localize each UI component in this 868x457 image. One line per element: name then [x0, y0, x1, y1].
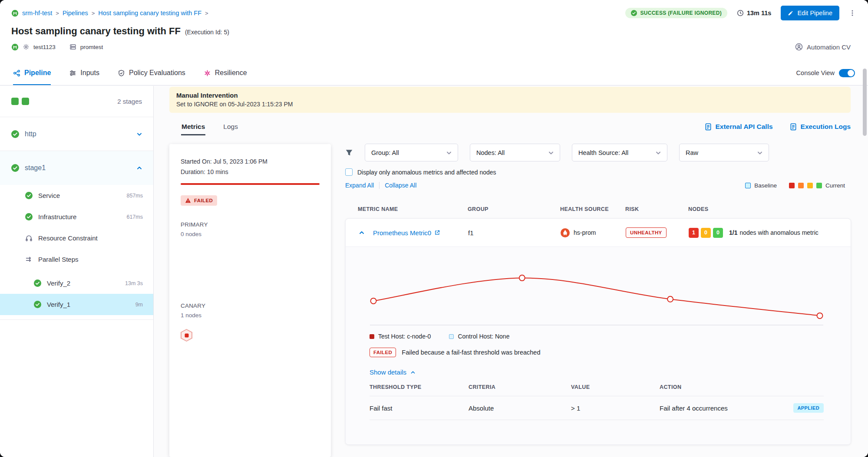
tab-pipeline[interactable]: Pipeline [13, 61, 51, 85]
sidebar-step-parallel-steps[interactable]: Parallel Steps [0, 249, 153, 270]
filter-funnel-icon[interactable] [345, 149, 353, 157]
console-view-toggle[interactable] [839, 69, 855, 77]
step-duration: 13m 3s [125, 280, 143, 286]
tab-inputs[interactable]: Inputs [69, 61, 99, 85]
console-view-control: Console View [796, 61, 855, 85]
collapse-all-link[interactable]: Collapse All [385, 182, 416, 189]
metric-line-chart[interactable] [370, 256, 824, 330]
verification-status-label: FAILED [194, 198, 213, 203]
threshold-table-header: THRESHOLD TYPE CRITERIA VALUE ACTION [370, 384, 824, 396]
user-menu[interactable]: Automation CV [795, 43, 851, 51]
sidebar-stage-http[interactable]: http [0, 117, 153, 151]
breadcrumb-project-link[interactable]: srm-hf-test [22, 10, 52, 16]
environment-tag[interactable]: promtest [80, 44, 103, 50]
metric-group: f1 [468, 229, 561, 237]
user-avatar-icon [795, 43, 803, 51]
step-label: Resource Constraint [38, 234, 98, 242]
health-source-filter-value: Health Source: All [578, 149, 628, 156]
kebab-icon [849, 10, 856, 16]
sidebar-stage-stage1[interactable]: stage1 [0, 151, 153, 185]
tab-resilience[interactable]: Resilience [204, 61, 247, 85]
health-source-filter-dropdown[interactable]: Health Source: All [572, 144, 667, 161]
current-green-swatch [816, 183, 822, 188]
execution-logs-link[interactable]: Execution Logs [789, 123, 851, 131]
tab-inputs-label: Inputs [80, 69, 99, 77]
sidebar-step-infrastructure[interactable]: Infrastructure 617ms [0, 206, 153, 227]
step-label: Parallel Steps [38, 256, 79, 263]
metric-row[interactable]: Prometheus Metric0 f1 hs-prom UNHEALTHY … [346, 219, 851, 247]
elapsed-time-label: 13m 11s [747, 10, 771, 16]
current-legend-label: Current [825, 182, 845, 189]
external-link-icon[interactable] [434, 230, 440, 236]
group-filter-dropdown[interactable]: Group: All [365, 144, 458, 161]
stage-status-square [11, 98, 19, 105]
step-duration: 9m [135, 302, 143, 308]
canary-section-label: CANARY [181, 302, 320, 309]
control-host-label: Control Host: None [458, 333, 509, 340]
anomalous-only-label: Display only anomalous metrics and affec… [357, 169, 496, 176]
sidebar-step-service[interactable]: Service 857ms [0, 185, 153, 206]
col-metric-name: METRIC NAME [358, 206, 468, 212]
execution-detail-pane: Manual Intervention Set to IGNORE on 05-… [154, 86, 868, 457]
external-api-calls-link[interactable]: External API Calls [704, 123, 773, 131]
nodes-summary: 1/1nodes with anomalous metric [729, 229, 818, 236]
data-mode-dropdown[interactable]: Raw [679, 144, 769, 161]
breadcrumb-pipeline-name-link[interactable]: Host sampling canary testing with FF [98, 10, 201, 16]
tab-policy-evaluations[interactable]: Policy Evaluations [118, 61, 185, 85]
stage-name: stage1 [25, 164, 46, 172]
chevron-up-icon[interactable] [136, 164, 143, 171]
app-window: srm-hf-test > Pipelines > Host sampling … [0, 0, 868, 457]
baseline-legend-swatch [745, 183, 751, 188]
sidebar-step-verify-2[interactable]: Verify_2 13m 3s [0, 273, 153, 294]
tab-metrics[interactable]: Metrics [181, 118, 205, 135]
nodes-filter-dropdown[interactable]: Nodes: All [470, 144, 560, 161]
tab-logs[interactable]: Logs [223, 118, 238, 135]
sidebar-step-resource-constraint[interactable]: Resource Constraint [0, 227, 153, 249]
metric-name-link[interactable]: Prometheus Metric0 [373, 229, 468, 237]
action-value: Fail after 4 occurrences [660, 404, 728, 412]
step-label: Infrastructure [38, 213, 76, 220]
banner-title: Manual Intervention [176, 92, 844, 99]
manual-intervention-banner: Manual Intervention Set to IGNORE on 05-… [169, 87, 851, 113]
breadcrumb-pipelines-link[interactable]: Pipelines [63, 10, 88, 16]
console-view-label: Console View [796, 69, 835, 76]
col-health-source: HEALTH SOURCE [560, 206, 625, 212]
col-risk: RISK [625, 206, 688, 212]
edit-pipeline-button[interactable]: Edit Pipeline [781, 6, 839, 20]
warning-node-chip: 0 [701, 228, 711, 238]
verify-step-tabs: Metrics Logs External API Calls Executio… [181, 117, 851, 136]
vertical-scrollbar-thumb[interactable] [863, 69, 867, 136]
verification-status-badge: FAILED [181, 195, 217, 206]
breadcrumb-separator: > [56, 10, 59, 16]
primary-section-label: PRIMARY [181, 221, 320, 228]
user-name: Automation CV [807, 43, 851, 51]
collapse-chevron-up-icon[interactable] [358, 229, 365, 236]
current-orange-swatch [798, 183, 804, 188]
metrics-analysis-column: Group: All Nodes: All Health Source: All… [345, 144, 851, 457]
metric-name-label: Prometheus Metric0 [373, 229, 431, 237]
show-details-toggle[interactable]: Show details [370, 368, 416, 376]
healthy-node-chip: 0 [713, 228, 723, 238]
chevron-up-icon [410, 369, 416, 375]
col-nodes: NODES [688, 206, 851, 212]
service-tag[interactable]: test1123 [33, 44, 56, 50]
more-options-menu[interactable] [849, 10, 856, 16]
nodes-ratio: 1/1 [729, 229, 737, 236]
gear-icon [23, 43, 30, 50]
sidebar-step-verify-1[interactable]: Verify_1 9m [0, 294, 153, 315]
nodes-cell: 1 0 0 1/1nodes with anomalous metric [689, 228, 851, 238]
risk-badge: UNHEALTHY [626, 227, 667, 238]
external-api-calls-label: External API Calls [716, 123, 773, 131]
page-title: Host sampling canary testing with FF [11, 26, 181, 37]
success-check-icon [34, 279, 41, 287]
failed-reason-text: Failed because a fail-fast threshold was… [402, 349, 540, 356]
stage-count-label: 2 stages [117, 98, 142, 105]
current-yellow-swatch [807, 183, 813, 188]
anomalous-only-checkbox[interactable] [345, 168, 353, 176]
canary-node-indicator[interactable] [181, 329, 192, 342]
chevron-down-icon[interactable] [136, 131, 143, 138]
chevron-down-icon [548, 149, 554, 156]
expand-all-link[interactable]: Expand All [345, 182, 374, 189]
anomalous-node-dot [185, 333, 188, 337]
banner-subtitle: Set to IGNORE on 05-Jul-2023 1:15:23 PM [176, 101, 844, 108]
